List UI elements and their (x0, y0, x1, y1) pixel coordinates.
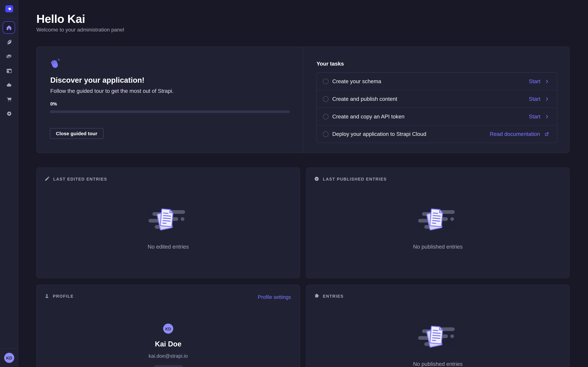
guided-tour-description: Follow the guided tour to get the most o… (50, 88, 174, 94)
task-start-link[interactable]: Start (529, 78, 549, 84)
guided-tour-title: Discover your application! (50, 76, 145, 85)
chevron-right-icon (545, 96, 549, 101)
empty-documents-illustration (418, 323, 458, 351)
task-label: Deploy your application to Strapi Cloud (332, 131, 426, 137)
strapi-logo[interactable] (5, 5, 13, 12)
strapi-admin-dashboard: KD Hello Kai Welcome to your administrat… (0, 0, 588, 367)
layout-icon (6, 68, 12, 74)
empty-state: No published entries (306, 205, 569, 250)
empty-state-text: No published entries (413, 244, 463, 250)
entries-widget: ENTRIES (306, 285, 570, 367)
page-subtitle: Welcome to your administration panel (36, 27, 124, 33)
profile-body: KD Kai Doe kai.doe@strapi.io (37, 324, 300, 367)
profile-email: kai.doe@strapi.io (149, 353, 188, 359)
sidebar-item-home[interactable] (3, 21, 15, 34)
sidebar-item-marketplace[interactable] (0, 93, 18, 106)
empty-state-text: No published entries (413, 361, 463, 367)
tasks-title: Your tasks (317, 61, 344, 67)
task-status-radio[interactable] (323, 78, 329, 84)
widget-title: ENTRIES (323, 294, 344, 298)
images-icon (6, 53, 12, 59)
chevron-right-icon (545, 114, 549, 119)
strapi-logo-icon (7, 6, 12, 11)
task-start-link[interactable]: Start (529, 114, 549, 120)
sidebar-bottom-divider (0, 348, 18, 349)
empty-documents-illustration (148, 205, 188, 234)
profile-avatar[interactable]: KD (163, 324, 173, 334)
task-action-label: Read documentation (490, 131, 540, 137)
task-start-link[interactable]: Start (529, 96, 549, 102)
sidebar-item-content-type-builder[interactable] (0, 64, 18, 77)
task-status-radio[interactable] (323, 114, 329, 119)
widget-header: LAST EDITED ENTRIES (44, 176, 107, 182)
puzzle-icon (314, 293, 320, 299)
task-row: Create and copy an API token Start (317, 108, 557, 125)
tour-progress-label: 0% (50, 101, 57, 107)
sidebar: KD (0, 0, 18, 367)
profile-name: Kai Doe (155, 340, 182, 348)
widget-header: ENTRIES (314, 293, 344, 299)
task-row: Deploy your application to Strapi Cloud … (317, 125, 557, 143)
sidebar-item-cloud[interactable] (0, 79, 18, 91)
cloud-icon (6, 82, 12, 88)
guided-tour-card: Discover your application! Follow the gu… (36, 47, 570, 153)
feather-icon (6, 39, 12, 45)
task-action-label: Start (529, 78, 540, 84)
last-published-entries-widget: LAST PUBLISHED ENTRIES (306, 167, 570, 278)
sidebar-user-avatar[interactable]: KD (4, 353, 14, 363)
profile-settings-link[interactable]: Profile settings (258, 294, 291, 300)
task-list: Create your schema Start Create and publ… (317, 72, 557, 143)
sidebar-item-media-library[interactable] (0, 50, 18, 62)
cart-icon (6, 96, 12, 102)
empty-documents-illustration (418, 205, 458, 234)
task-status-radio[interactable] (323, 96, 329, 102)
chevron-right-icon (545, 79, 549, 84)
task-action-label: Start (529, 114, 540, 120)
task-label: Create your schema (332, 78, 381, 84)
widget-header: PROFILE (44, 293, 74, 299)
profile-role-badge (153, 365, 184, 367)
tasks-section: Your tasks Create your schema Start Crea… (303, 47, 569, 153)
gear-icon (6, 111, 12, 117)
person-icon (44, 293, 50, 299)
widget-title: LAST PUBLISHED ENTRIES (323, 177, 387, 181)
home-icon (6, 25, 12, 31)
last-edited-entries-widget: LAST EDITED ENTRIES (36, 167, 300, 278)
empty-state-text: No edited entries (148, 244, 189, 250)
profile-widget: PROFILE Profile settings KD Kai Doe kai.… (36, 285, 300, 367)
tour-progress-bar (50, 110, 290, 113)
widget-title: LAST EDITED ENTRIES (53, 177, 107, 181)
pencil-icon (44, 176, 50, 182)
guided-tour-section: Discover your application! Follow the gu… (37, 47, 303, 153)
check-circle-icon (314, 176, 320, 182)
sidebar-divider (0, 18, 18, 18)
task-action-label: Start (529, 96, 540, 102)
widget-header: LAST PUBLISHED ENTRIES (314, 176, 387, 182)
task-label: Create and copy an API token (332, 114, 404, 120)
external-link-icon (544, 132, 549, 137)
wave-hand-icon (50, 58, 60, 68)
empty-state: No published entries (306, 323, 569, 367)
widget-title: PROFILE (53, 294, 74, 298)
task-label: Create and publish content (332, 96, 397, 102)
sidebar-item-settings[interactable] (0, 108, 18, 120)
read-documentation-link[interactable]: Read documentation (490, 131, 549, 137)
task-status-radio[interactable] (323, 131, 329, 137)
page-title: Hello Kai (36, 12, 85, 26)
empty-state: No edited entries (37, 205, 300, 250)
close-guided-tour-button[interactable]: Close guided tour (50, 128, 103, 139)
sidebar-item-content-manager[interactable] (0, 35, 18, 48)
task-row: Create your schema Start (317, 73, 557, 90)
task-row: Create and publish content Start (317, 90, 557, 108)
